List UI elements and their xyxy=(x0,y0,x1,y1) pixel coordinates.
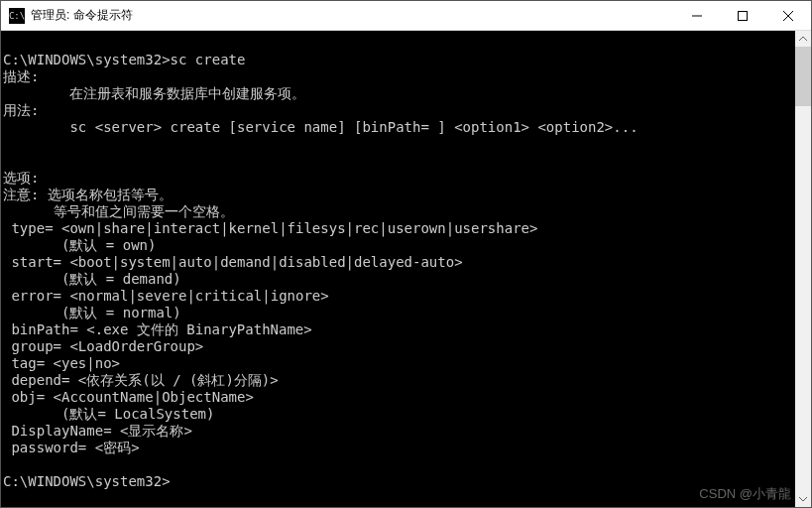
terminal-line: (默认 = own) xyxy=(3,237,795,254)
terminal-line: sc <server> create [service name] [binPa… xyxy=(3,119,795,136)
terminal-line: type= <own|share|interact|kernel|filesys… xyxy=(3,220,795,237)
terminal-line: 用法: xyxy=(3,102,795,119)
terminal-line: tag= <yes|no> xyxy=(3,355,795,372)
minimize-icon xyxy=(692,11,702,21)
scroll-down-button[interactable] xyxy=(795,491,811,507)
scrollbar[interactable] xyxy=(795,31,811,507)
terminal-line: depend= <依存关系(以 / (斜杠)分隔)> xyxy=(3,372,795,389)
terminal-line xyxy=(3,35,795,52)
terminal-line: password= <密码> xyxy=(3,440,795,456)
app-icon: C:\ xyxy=(9,8,25,24)
terminal-line: C:\WINDOWS\system32>sc create xyxy=(3,52,795,68)
content-area: C:\WINDOWS\system32>sc create描述: 在注册表和服务… xyxy=(1,31,811,507)
terminal-line xyxy=(3,456,795,473)
terminal-line xyxy=(3,136,795,153)
terminal-line: start= <boot|system|auto|demand|disabled… xyxy=(3,254,795,271)
titlebar[interactable]: C:\ 管理员: 命令提示符 xyxy=(1,1,811,31)
terminal-line: error= <normal|severe|critical|ignore> xyxy=(3,288,795,305)
close-button[interactable] xyxy=(765,1,811,30)
terminal-output[interactable]: C:\WINDOWS\system32>sc create描述: 在注册表和服务… xyxy=(1,31,795,507)
terminal-line: (默认= LocalSystem) xyxy=(3,406,795,423)
scroll-up-button[interactable] xyxy=(795,31,811,47)
terminal-line: C:\WINDOWS\system32> xyxy=(3,473,795,490)
window-controls xyxy=(674,1,811,30)
maximize-icon xyxy=(738,11,748,21)
terminal-line: binPath= <.exe 文件的 BinaryPathName> xyxy=(3,321,795,338)
chevron-down-icon xyxy=(799,497,807,501)
terminal-line: 选项: xyxy=(3,170,795,187)
close-icon xyxy=(783,11,793,21)
maximize-button[interactable] xyxy=(720,1,765,30)
svg-rect-1 xyxy=(739,11,748,20)
minimize-button[interactable] xyxy=(674,1,720,30)
terminal-line: obj= <AccountName|ObjectName> xyxy=(3,389,795,406)
window-frame: C:\ 管理员: 命令提示符 C:\WINDOWS\system32>sc cr… xyxy=(0,0,812,508)
chevron-up-icon xyxy=(799,37,807,41)
terminal-line: (默认 = demand) xyxy=(3,271,795,288)
terminal-line: 注意: 选项名称包括等号。 xyxy=(3,187,795,203)
terminal-line: DisplayName= <显示名称> xyxy=(3,423,795,440)
terminal-line xyxy=(3,153,795,170)
window-title: 管理员: 命令提示符 xyxy=(31,7,674,24)
terminal-line: 描述: xyxy=(3,68,795,85)
terminal-line: 等号和值之间需要一个空格。 xyxy=(3,203,795,220)
terminal-line: (默认 = normal) xyxy=(3,305,795,321)
scroll-thumb[interactable] xyxy=(795,47,811,106)
terminal-line: 在注册表和服务数据库中创建服务项。 xyxy=(3,85,795,102)
terminal-line: group= <LoadOrderGroup> xyxy=(3,338,795,355)
